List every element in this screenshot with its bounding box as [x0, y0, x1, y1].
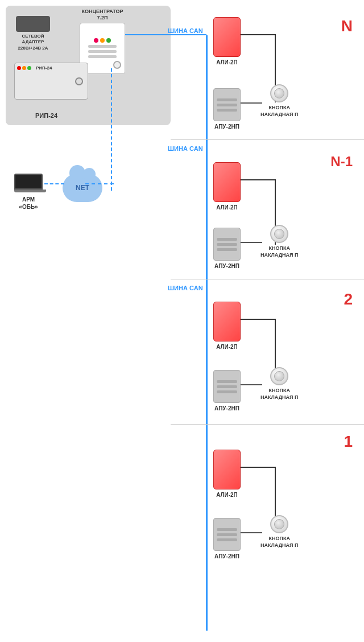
- knopka-label-2: КНОПКА НАКЛАДНАЯ П: [260, 388, 299, 401]
- floor-label-N1: N-1: [330, 154, 353, 170]
- arm-label: АРМ «ОБЬ»: [19, 196, 38, 211]
- concentrator-knob: [113, 61, 121, 69]
- ali-box-1: [213, 450, 241, 489]
- net-cloud: NET: [63, 174, 102, 202]
- knopka-circle-2: [270, 367, 288, 385]
- knopka-circle-1: [270, 515, 288, 533]
- diagram-container: СЕТЕВОЙ АДАПТЕР 220В/+24В 2А КОНЦЕНТРАТО…: [0, 0, 364, 642]
- net-label: NET: [76, 184, 89, 192]
- apu-line-3-N: [217, 109, 237, 112]
- can-label-N: ШИНА CAN: [168, 27, 203, 35]
- floor-label-2: 2: [344, 290, 353, 308]
- ali-N1-conn-h: [241, 179, 275, 180]
- indicator-green: [106, 38, 111, 43]
- ali-device-1: АЛИ-2П: [213, 450, 241, 498]
- display-line-1: [88, 45, 117, 48]
- can-label-2: ШИНА CAN: [168, 285, 203, 292]
- indicator-orange: [100, 38, 105, 43]
- knopka-1: КНОПКА НАКЛАДНАЯ П: [260, 515, 299, 549]
- apu-device-N1: АПУ-2НП: [213, 228, 241, 269]
- apu-label-N1: АПУ-2НП: [214, 263, 239, 269]
- apu-1-to-knopka-h: [241, 532, 262, 533]
- laptop-icon: [14, 174, 43, 194]
- laptop-screen: [14, 174, 43, 190]
- display-line-3: [88, 55, 117, 58]
- arm-to-cloud-line: [44, 183, 64, 184]
- apu-line-3-2: [217, 390, 237, 393]
- ali-2-conn-h: [241, 319, 275, 320]
- rip-dot-orange: [22, 66, 26, 70]
- knopka-circle-N1: [270, 225, 288, 243]
- ali-label-N: АЛИ-2П: [216, 59, 238, 65]
- apu-line-1-1: [217, 528, 237, 531]
- apu-line-1-N1: [217, 238, 237, 241]
- ali-label-1: АЛИ-2П: [216, 492, 238, 498]
- knopka-label-1: КНОПКА НАКЛАДНАЯ П: [260, 536, 299, 549]
- apu-N-to-knopka-h: [241, 102, 262, 104]
- knopka-N: КНОПКА НАКЛАДНАЯ П: [260, 84, 299, 118]
- concentrator-label: КОНЦЕНТРАТОР 7.2П: [81, 9, 123, 21]
- apu-line-1-2: [217, 380, 237, 383]
- floor-label-N: N: [341, 17, 353, 35]
- net-to-line: [85, 183, 114, 184]
- ali-label-N1: АЛИ-2П: [216, 204, 238, 211]
- network-adapter: СЕТЕВОЙ АДАПТЕР 220В/+24В 2А: [16, 16, 50, 51]
- apu-label-2: АПУ-2НП: [214, 405, 239, 411]
- apu-box-N1: [213, 228, 241, 261]
- apu-N1-to-knopka-h: [241, 242, 262, 243]
- ali-device-N1: АЛИ-2П: [213, 162, 241, 211]
- apu-line-2-2: [217, 385, 237, 388]
- indicator-red: [94, 38, 98, 43]
- apu-box-1: [213, 518, 241, 551]
- knopka-label-N: КНОПКА НАКЛАДНАЯ П: [260, 105, 299, 118]
- ali-device-N: АЛИ-2П: [213, 17, 241, 65]
- apu-box-2: [213, 370, 241, 403]
- ali-box-N1: [213, 162, 241, 202]
- concentrator-indicators: [94, 38, 111, 43]
- laptop-base: [14, 190, 46, 192]
- apu-box-N: [213, 88, 241, 121]
- ali-N-conn-h: [241, 34, 275, 35]
- adapter-label: СЕТЕВОЙ АДАПТЕР 220В/+24В 2А: [18, 34, 48, 51]
- apu-line-1-N: [217, 98, 237, 101]
- can-bus-main-line: [206, 35, 208, 631]
- knopka-inner-2: [274, 371, 284, 381]
- cloud-shape: NET: [63, 174, 102, 202]
- rip-dot-green: [27, 66, 31, 70]
- ali-box-2: [213, 302, 241, 341]
- concentrator-to-net-line: [111, 68, 112, 191]
- knopka-2: КНОПКА НАКЛАДНАЯ П: [260, 367, 299, 401]
- rip-knob: [75, 77, 83, 85]
- apu-line-3-N1: [217, 248, 237, 251]
- apu-device-1: АПУ-2НП: [213, 518, 241, 559]
- rip-top-row: РИП-24: [17, 65, 52, 71]
- floor-label-1: 1: [344, 433, 353, 451]
- knopka-inner-1: [274, 519, 284, 529]
- apu-line-2-N1: [217, 243, 237, 246]
- divider-after-N: [171, 139, 364, 140]
- divider-after-N1: [171, 279, 364, 279]
- concentrator-display: [88, 45, 117, 58]
- knopka-N1: КНОПКА НАКЛАДНАЯ П: [260, 225, 299, 258]
- rip-unit: РИП-24: [14, 63, 88, 100]
- adapter-box: [16, 16, 50, 32]
- apu-device-N: АПУ-2НП: [213, 88, 241, 130]
- apu-label-N: АПУ-2НП: [214, 124, 239, 130]
- knopka-inner-N: [274, 88, 284, 98]
- knopka-inner-N1: [274, 229, 284, 239]
- knopka-circle-N: [270, 84, 288, 102]
- rip-label: РИП-24: [35, 110, 57, 120]
- ali-1-conn-h: [241, 467, 275, 468]
- divider-after-2: [171, 424, 364, 425]
- apu-line-2-1: [217, 533, 237, 536]
- can-label-N1: ШИНА CAN: [168, 145, 203, 153]
- apu-device-2: АПУ-2НП: [213, 370, 241, 411]
- ali-label-2: АЛИ-2П: [216, 344, 238, 350]
- apu-2-to-knopka-h: [241, 384, 262, 385]
- display-line-2: [88, 50, 117, 53]
- ali-box-N: [213, 17, 241, 57]
- rip-dot-red: [17, 66, 21, 70]
- arm-workstation: АРМ «ОБЬ»: [14, 174, 43, 211]
- rip-inner-label: РИП-24: [36, 65, 52, 71]
- rip-indicators: [17, 66, 31, 70]
